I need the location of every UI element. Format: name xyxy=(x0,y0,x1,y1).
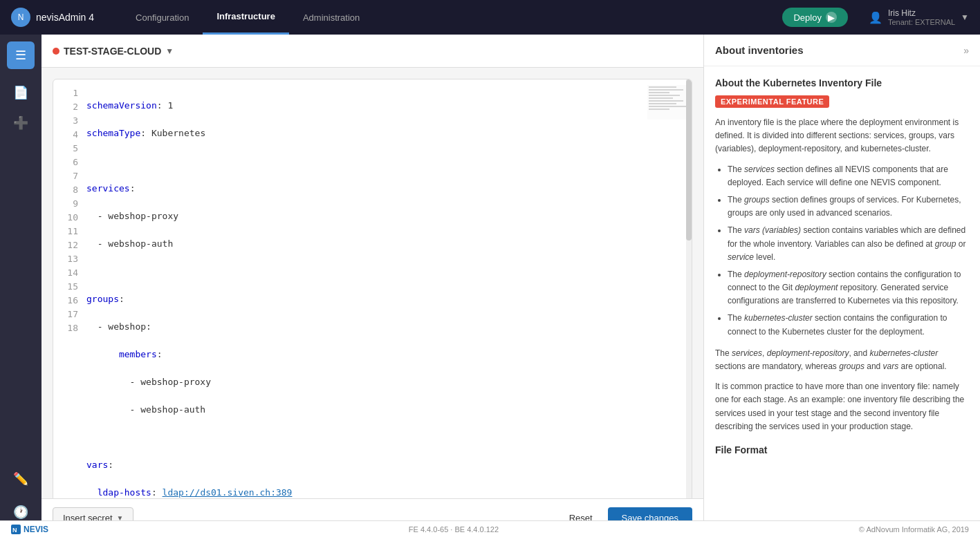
play-icon: ▶ xyxy=(826,12,837,23)
editor-wrapper: 12345 678910 1112131415 161718 schemaVer… xyxy=(53,79,692,498)
app-name: nevisAdmin 4 xyxy=(36,12,94,23)
svg-rect-5 xyxy=(649,97,673,99)
line-numbers: 12345 678910 1112131415 161718 xyxy=(53,85,86,498)
env-indicator: TEST-STAGE-CLOUD ▼ xyxy=(53,46,174,57)
nav-links: Configuration Infrastructure Administrat… xyxy=(122,0,782,35)
app-logo: N xyxy=(11,8,30,27)
sidebar-expand-button[interactable]: ☰ xyxy=(7,41,35,69)
code-line-4: services: xyxy=(86,182,636,196)
sidebar-edit-button[interactable]: ✏️ xyxy=(7,465,35,493)
svg-rect-8 xyxy=(649,106,687,107)
deploy-button[interactable]: Deploy ▶ xyxy=(782,8,847,27)
deploy-label: Deploy xyxy=(793,12,821,23)
code-line-8: groups: xyxy=(86,292,636,306)
code-line-3 xyxy=(86,154,636,168)
sidebar-add-button[interactable]: ➕ xyxy=(7,109,35,137)
code-line-12: - webshop-auth xyxy=(86,403,636,417)
bullet-3: The vars (variables) section contains va… xyxy=(728,224,969,264)
user-name: Iris Hitz xyxy=(888,8,955,18)
nav-configuration[interactable]: Configuration xyxy=(122,0,203,35)
right-panel-header: About inventories » xyxy=(704,35,980,66)
code-line-13 xyxy=(86,431,636,444)
bullet-5: The kubernetes-cluster section contains … xyxy=(728,312,969,338)
right-panel-body: About the Kubernetes Inventory File EXPE… xyxy=(704,66,980,537)
right-panel: About inventories » About the Kubernetes… xyxy=(703,35,980,537)
svg-rect-9 xyxy=(649,109,669,110)
file-format-title: File Format xyxy=(715,444,969,455)
code-line-15: ldap-hosts: ldap://ds01.siven.ch:389 xyxy=(86,486,636,498)
nav-infrastructure[interactable]: Infrastructure xyxy=(203,0,289,35)
bullet-4: The deployment-repository section contai… xyxy=(728,268,969,308)
editor-scrollbar-thumb xyxy=(686,79,692,241)
right-panel-note1: The services, deployment-repository, and… xyxy=(715,347,969,373)
nevis-label: NEVIS xyxy=(24,525,48,534)
user-dropdown-icon[interactable]: ▼ xyxy=(961,12,969,22)
env-name: TEST-STAGE-CLOUD xyxy=(64,46,161,57)
user-tenant: Tenant: EXTERNAL xyxy=(888,18,955,26)
right-panel-bullets: The services section defines all NEVIS c… xyxy=(715,163,969,339)
user-info: Iris Hitz Tenant: EXTERNAL xyxy=(888,8,955,26)
editor-minimap xyxy=(647,85,689,120)
svg-rect-2 xyxy=(649,89,683,91)
main-layout: ☰ 📄 ➕ ✏️ 🕐 TEST-STAGE-CLOUD ▼ xyxy=(0,35,980,537)
sidebar-files-button[interactable]: 📄 xyxy=(7,79,35,106)
top-nav: N nevisAdmin 4 Configuration Infrastruct… xyxy=(0,0,980,35)
svg-rect-4 xyxy=(649,95,680,96)
right-panel-section-title: About the Kubernetes Inventory File xyxy=(715,77,969,88)
content-area: TEST-STAGE-CLOUD ▼ xyxy=(41,35,703,537)
nevis-logo: N NEVIS xyxy=(11,525,48,534)
editor-content[interactable]: 12345 678910 1112131415 161718 schemaVer… xyxy=(53,79,692,498)
env-dropdown-icon[interactable]: ▼ xyxy=(165,46,174,56)
left-sidebar: ☰ 📄 ➕ ✏️ 🕐 xyxy=(0,35,41,537)
right-panel-intro: An inventory file is the place where the… xyxy=(715,116,969,156)
code-line-14: vars: xyxy=(86,458,636,472)
right-panel-expand-icon[interactable]: » xyxy=(963,45,969,56)
code-line-5: - webshop-proxy xyxy=(86,209,636,223)
editor-scrollbar[interactable] xyxy=(686,79,692,498)
svg-rect-3 xyxy=(649,92,669,93)
nevis-logo-icon: N xyxy=(11,525,21,534)
code-line-2: schemaType: Kubernetes xyxy=(86,126,636,140)
right-panel-note2: It is common practice to have more than … xyxy=(715,380,969,433)
menu-icon: ☰ xyxy=(15,48,26,63)
bullet-2: The groups section defines groups of ser… xyxy=(728,194,969,220)
footer: N NEVIS FE 4.4.0-65 · BE 4.4.0.122 © AdN… xyxy=(0,520,980,537)
code-line-1: schemaVersion: 1 xyxy=(86,99,636,113)
env-status-dot xyxy=(53,48,59,55)
svg-rect-7 xyxy=(649,103,676,104)
footer-copyright: © AdNovum Informatik AG, 2019 xyxy=(859,525,969,534)
bullet-1: The services section defines all NEVIS c… xyxy=(728,163,969,189)
code-line-11: - webshop-proxy xyxy=(86,375,636,389)
code-editor[interactable]: schemaVersion: 1 schemaType: Kubernetes … xyxy=(86,85,692,498)
code-line-7 xyxy=(86,265,636,279)
right-panel-title: About inventories xyxy=(715,44,804,56)
svg-rect-6 xyxy=(649,100,683,102)
files-icon: 📄 xyxy=(13,85,28,100)
footer-version: FE 4.4.0-65 · BE 4.4.0.122 xyxy=(409,525,499,534)
user-icon: 👤 xyxy=(869,11,882,24)
add-icon: ➕ xyxy=(13,115,28,131)
history-icon: 🕐 xyxy=(13,505,28,520)
editor-container: 12345 678910 1112131415 161718 schemaVer… xyxy=(41,68,703,498)
svg-rect-1 xyxy=(649,86,676,88)
logo-area: N nevisAdmin 4 xyxy=(11,8,94,27)
edit-icon: ✏️ xyxy=(13,471,28,487)
code-line-6: - webshop-auth xyxy=(86,237,636,251)
code-line-10: members: xyxy=(86,348,636,361)
minimap-svg xyxy=(647,85,689,120)
experimental-badge: EXPERIMENTAL FEATURE xyxy=(715,95,829,108)
code-line-9: - webshop: xyxy=(86,320,636,334)
svg-text:N: N xyxy=(12,527,17,534)
toolbar: TEST-STAGE-CLOUD ▼ xyxy=(41,35,703,68)
user-area: 👤 Iris Hitz Tenant: EXTERNAL ▼ xyxy=(869,8,969,26)
nav-administration[interactable]: Administration xyxy=(289,0,373,35)
